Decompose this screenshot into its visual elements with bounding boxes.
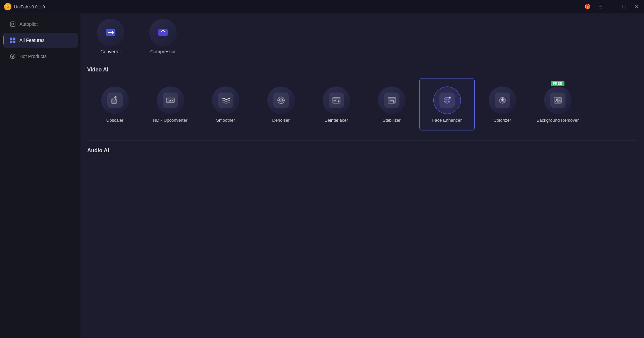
- converter-label: Converter: [100, 49, 121, 54]
- converter-icon: [105, 26, 117, 39]
- compressor-icon-wrap: [149, 19, 177, 46]
- sidebar: Autopilot All Features Hot Products: [0, 13, 80, 338]
- svg-rect-15: [333, 97, 340, 99]
- compressor-icon: [157, 26, 169, 39]
- background-remover-card[interactable]: FREE Background Remover: [530, 78, 585, 130]
- colorizer-card[interactable]: Colorizer: [475, 78, 530, 130]
- bg-remover-label: Background Remover: [537, 117, 579, 123]
- face-enhancer-icon-inner: [439, 93, 455, 108]
- face-enhancer-icon-wrap: [433, 87, 461, 114]
- logo-emoji: 🐱: [5, 4, 10, 9]
- svg-rect-18: [388, 97, 395, 99]
- smoother-label: Smoother: [216, 117, 235, 123]
- hdr-icon-wrap: HDR: [157, 87, 184, 114]
- sidebar-item-autopilot[interactable]: Autopilot: [3, 17, 78, 32]
- hdr-icon-inner: HDR: [163, 93, 178, 108]
- titlebar-left: 🐱 UniFab v3.0.1.0: [4, 3, 45, 10]
- hot-products-label: Hot Products: [19, 54, 47, 59]
- app-title: UniFab v3.0.1.0: [14, 4, 45, 9]
- svg-point-1: [12, 23, 14, 25]
- gift-button[interactable]: 🎁: [583, 3, 592, 10]
- svg-point-13: [279, 99, 283, 102]
- upscaler-label: Upscaler: [106, 117, 123, 123]
- denoiser-label: Denoiser: [272, 117, 289, 123]
- svg-point-22: [447, 99, 448, 100]
- deinterlacer-icon-inner: [329, 93, 344, 108]
- all-features-label: All Features: [19, 38, 45, 43]
- smoother-icon-wrap: [212, 87, 239, 114]
- svg-point-21: [445, 99, 446, 100]
- titlebar: 🐱 UniFab v3.0.1.0 🎁 ☰ ─ ❐ ✕: [0, 0, 644, 13]
- svg-rect-5: [13, 41, 15, 43]
- smoother-card[interactable]: Smoother: [198, 78, 253, 130]
- stabilizer-card[interactable]: Stabilizer: [364, 78, 419, 130]
- fire-icon: [9, 53, 16, 60]
- top-cards-row: Converter Compressor: [87, 13, 637, 57]
- colorizer-icon-wrap: [489, 87, 516, 114]
- svg-rect-3: [13, 38, 15, 40]
- audio-ai-divider: [87, 140, 637, 141]
- video-ai-title: Video AI: [87, 67, 637, 73]
- colorizer-label: Colorizer: [493, 117, 511, 123]
- denoiser-icon: [276, 95, 286, 106]
- colorizer-icon-inner: [495, 93, 510, 108]
- hdr-icon: HDR: [165, 95, 176, 106]
- denoiser-card[interactable]: Denoiser: [253, 78, 309, 130]
- svg-rect-2: [10, 38, 12, 40]
- section-divider: [87, 60, 637, 60]
- window-controls: 🎁 ☰ ─ ❐ ✕: [583, 3, 640, 10]
- free-badge: FREE: [551, 81, 565, 86]
- grid-icon: [9, 37, 16, 44]
- main-content: Converter Compressor Video AI: [80, 13, 644, 338]
- upscaler-card[interactable]: Upscaler: [87, 78, 143, 130]
- menu-button[interactable]: ☰: [597, 3, 604, 10]
- converter-icon-wrap: [97, 19, 124, 46]
- converter-card[interactable]: Converter: [87, 19, 134, 54]
- compressor-card[interactable]: Compressor: [140, 19, 186, 54]
- video-ai-grid: Upscaler HDR HDR Upconverter: [87, 78, 637, 130]
- sidebar-item-hot-products[interactable]: Hot Products: [3, 49, 78, 64]
- svg-rect-0: [10, 22, 15, 26]
- upscaler-icon: [110, 95, 120, 106]
- hdr-upconverter-card[interactable]: HDR HDR Upconverter: [143, 78, 198, 130]
- smoother-icon: [220, 95, 231, 106]
- stabilizer-label: Stabilizer: [383, 117, 400, 123]
- svg-point-19: [393, 101, 394, 103]
- audio-ai-title: Audio AI: [87, 148, 637, 154]
- svg-point-27: [556, 99, 558, 101]
- stabilizer-icon: [386, 95, 397, 106]
- bg-remover-icon-inner: [550, 93, 566, 108]
- svg-text:HDR: HDR: [168, 100, 174, 103]
- hdr-upconverter-label: HDR Upconverter: [153, 117, 187, 123]
- denoiser-icon-wrap: [267, 87, 295, 114]
- colorizer-icon: [497, 95, 508, 106]
- deinterlacer-icon-wrap: [323, 87, 350, 114]
- minimize-button[interactable]: ─: [609, 3, 615, 10]
- maximize-button[interactable]: ❐: [621, 3, 628, 10]
- deinterlacer-card[interactable]: Deinterlacer: [309, 78, 364, 130]
- svg-rect-4: [10, 41, 12, 43]
- denoiser-icon-inner: [273, 93, 289, 108]
- sidebar-item-all-features[interactable]: All Features: [3, 33, 78, 48]
- bg-remover-icon-wrap: [544, 87, 572, 114]
- bg-remover-icon: [552, 95, 563, 106]
- face-enhancer-card[interactable]: Face Enhancer: [419, 78, 475, 130]
- deinterlacer-icon: [331, 95, 342, 106]
- autopilot-icon: [9, 21, 16, 27]
- stabilizer-icon-wrap: [378, 87, 406, 114]
- upscaler-icon-inner: [107, 93, 123, 108]
- upscaler-icon-wrap: [101, 87, 129, 114]
- autopilot-label: Autopilot: [19, 21, 38, 27]
- app-body: Autopilot All Features Hot Products: [0, 13, 644, 338]
- deinterlacer-label: Deinterlacer: [324, 117, 348, 123]
- smoother-icon-inner: [218, 93, 233, 108]
- face-enhancer-icon: [442, 95, 452, 106]
- app-logo: 🐱: [4, 3, 11, 10]
- compressor-label: Compressor: [150, 49, 176, 54]
- close-button[interactable]: ✕: [633, 3, 640, 10]
- face-enhancer-label: Face Enhancer: [432, 117, 462, 123]
- stabilizer-icon-inner: [384, 93, 399, 108]
